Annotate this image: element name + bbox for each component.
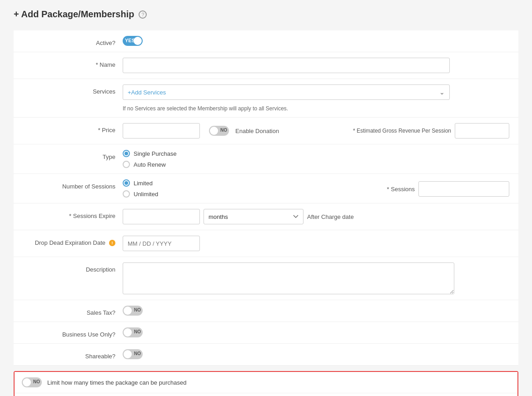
main-content: + Add Package/Membership ? Active? YES N… bbox=[0, 0, 532, 396]
business-use-row: Business Use Only? NO bbox=[14, 322, 518, 344]
sales-tax-row: Sales Tax? NO bbox=[14, 300, 518, 322]
price-input[interactable] bbox=[123, 123, 200, 139]
sessions-expire-label: * Sessions Expire bbox=[23, 209, 123, 219]
shareable-thumb bbox=[124, 350, 132, 358]
price-row: * Price NO Enable Donation * Estim bbox=[14, 118, 518, 144]
type-label: Type bbox=[23, 150, 123, 160]
enable-donation-label: Enable Donation bbox=[235, 128, 279, 134]
active-label: Active? bbox=[23, 36, 123, 46]
active-toggle[interactable]: YES NO bbox=[123, 36, 143, 46]
sessions-unlimited-circle bbox=[123, 190, 130, 198]
enable-donation-toggle-container: NO Enable Donation bbox=[209, 126, 279, 136]
type-single-purchase[interactable]: Single Purchase bbox=[123, 150, 177, 157]
sessions-label: Number of Sessions bbox=[23, 179, 123, 190]
sessions-unlimited-label: Unlimited bbox=[134, 191, 158, 198]
business-use-no-label: NO bbox=[134, 329, 141, 334]
active-yes-label: YES bbox=[125, 38, 135, 43]
sessions-right-area: * Sessions bbox=[387, 180, 509, 197]
shareable-toggle[interactable]: NO bbox=[123, 349, 143, 359]
services-control: +Add Services ⌄ If no Services are selec… bbox=[123, 84, 509, 112]
type-single-label: Single Purchase bbox=[134, 150, 177, 157]
sessions-radio-group: Limited Unlimited bbox=[123, 179, 158, 198]
business-use-thumb bbox=[124, 328, 132, 337]
page-header: + Add Package/Membership ? bbox=[14, 9, 518, 20]
shareable-track: NO bbox=[123, 349, 143, 359]
enable-donation-thumb bbox=[210, 127, 218, 135]
type-auto-radio-circle bbox=[123, 161, 130, 168]
limit-purchase-thumb bbox=[23, 378, 31, 386]
sales-tax-label: Sales Tax? bbox=[23, 306, 123, 316]
name-row: * Name bbox=[14, 52, 518, 79]
page-wrapper: + Add Package/Membership ? Active? YES N… bbox=[0, 0, 532, 396]
sessions-unlimited[interactable]: Unlimited bbox=[123, 190, 158, 198]
drop-dead-control bbox=[123, 236, 509, 251]
type-single-radio-inner bbox=[124, 152, 128, 155]
drop-dead-row: Drop Dead Expiration Date ! bbox=[14, 230, 518, 257]
services-add-text: +Add Services bbox=[128, 89, 166, 96]
description-textarea[interactable] bbox=[123, 262, 454, 294]
shareable-control: NO bbox=[123, 349, 509, 359]
sessions-limited[interactable]: Limited bbox=[123, 179, 158, 187]
type-single-radio-circle bbox=[123, 150, 130, 157]
type-radio-group: Single Purchase Auto Renew bbox=[123, 150, 177, 168]
limit-border-box: NO Limit how many times the package can … bbox=[14, 371, 518, 396]
sales-tax-no-label: NO bbox=[134, 307, 141, 312]
type-auto-label: Auto Renew bbox=[134, 161, 166, 168]
type-row: Type Single Purchase Auto Renew bbox=[14, 144, 518, 174]
drop-dead-label: Drop Dead Expiration Date ! bbox=[23, 236, 123, 246]
type-control: Single Purchase Auto Renew bbox=[123, 150, 509, 168]
sessions-limited-inner bbox=[124, 181, 128, 185]
description-control bbox=[123, 262, 509, 294]
gross-area: * Estimated Gross Revenue Per Session bbox=[353, 123, 509, 139]
gross-input[interactable] bbox=[455, 123, 509, 139]
sessions-input[interactable] bbox=[418, 181, 509, 197]
sales-tax-toggle[interactable]: NO bbox=[123, 306, 143, 316]
active-toggle-track: YES NO bbox=[123, 36, 143, 46]
limit-purchase-toggle[interactable]: NO bbox=[22, 377, 42, 387]
type-auto-renew[interactable]: Auto Renew bbox=[123, 161, 177, 168]
business-use-label: Business Use Only? bbox=[23, 327, 123, 338]
page-title: + Add Package/Membership bbox=[14, 9, 134, 20]
limit-purchase-track: NO bbox=[22, 377, 42, 387]
enable-donation-track: NO bbox=[209, 126, 229, 136]
limit-section: NO Limit how many times the package can … bbox=[14, 371, 518, 396]
shareable-label: Shareable? bbox=[23, 349, 123, 360]
sales-tax-track: NO bbox=[123, 306, 143, 316]
sales-tax-control: NO bbox=[123, 306, 509, 316]
description-label: Description bbox=[23, 262, 123, 273]
name-label: * Name bbox=[23, 58, 123, 68]
form-section: Active? YES NO * Name bbox=[14, 30, 518, 366]
sessions-limited-circle bbox=[123, 179, 130, 187]
shareable-row: Shareable? NO bbox=[14, 344, 518, 366]
shareable-no-label: NO bbox=[134, 351, 141, 356]
business-use-track: NO bbox=[123, 327, 143, 337]
name-control bbox=[123, 58, 509, 73]
services-hint: If no Services are selected the Membersh… bbox=[123, 105, 509, 112]
active-row: Active? YES NO bbox=[14, 30, 518, 52]
limit-who-row: NO Limit who can purchase the package bbox=[15, 393, 517, 396]
sessions-control: Limited Unlimited * Sessions bbox=[123, 179, 509, 198]
limit-purchase-row: NO Limit how many times the package can … bbox=[15, 372, 517, 393]
sessions-expire-row: * Sessions Expire days weeks months year… bbox=[14, 203, 518, 230]
services-row: Services +Add Services ⌄ If no Services … bbox=[14, 79, 518, 118]
sessions-row: Number of Sessions Limited Unlimited bbox=[14, 174, 518, 203]
limit-purchase-text: Limit how many times the package can be … bbox=[47, 379, 186, 386]
price-label: * Price bbox=[23, 123, 123, 134]
active-control: YES NO bbox=[123, 36, 509, 46]
description-row: Description bbox=[14, 257, 518, 300]
sessions-limited-label: Limited bbox=[134, 180, 153, 187]
services-add-button[interactable]: +Add Services ⌄ bbox=[123, 84, 450, 100]
sessions-expire-input[interactable] bbox=[123, 209, 200, 224]
drop-dead-input[interactable] bbox=[123, 236, 200, 251]
name-input[interactable] bbox=[123, 58, 450, 73]
after-charge-label: After Charge date bbox=[307, 213, 354, 220]
limit-purchase-no-label: NO bbox=[33, 379, 40, 384]
drop-dead-info-icon[interactable]: ! bbox=[109, 240, 115, 246]
enable-donation-toggle[interactable]: NO bbox=[209, 126, 229, 136]
business-use-control: NO bbox=[123, 327, 509, 337]
sales-tax-thumb bbox=[124, 307, 132, 315]
services-label: Services bbox=[23, 84, 123, 95]
help-icon[interactable]: ? bbox=[139, 10, 147, 19]
business-use-toggle[interactable]: NO bbox=[123, 327, 143, 337]
months-select[interactable]: days weeks months years bbox=[204, 209, 303, 224]
